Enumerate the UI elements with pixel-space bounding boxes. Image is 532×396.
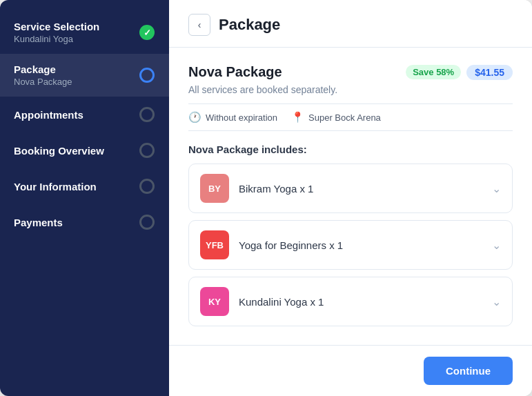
sidebar-item-text-payments: Payments: [14, 217, 63, 228]
sidebar-item-text-package: PackageNova Package: [14, 63, 72, 87]
service-name-0: Bikram Yoga x 1: [239, 183, 482, 195]
sidebar-item-booking-overview[interactable]: Booking Overview: [0, 132, 169, 168]
sidebar-item-icon-booking-overview: [139, 142, 155, 159]
sidebar-item-text-booking-overview: Booking Overview: [14, 145, 104, 157]
save-badge: Save 58%: [406, 65, 461, 79]
includes-label: Nova Package includes:: [188, 143, 513, 155]
chevron-down-icon: ⌄: [492, 295, 501, 308]
clock-icon: 🕐: [188, 111, 201, 123]
ring-blue-icon: [139, 68, 155, 83]
ring-dark-icon: [139, 143, 155, 158]
sidebar-item-title-service-selection: Service Selection: [14, 21, 99, 32]
main-footer: Continue: [169, 345, 532, 396]
chevron-down-icon: ⌄: [492, 182, 501, 195]
meta-location-text: Super Bock Arena: [308, 112, 381, 123]
main-body: Nova Package Save 58% $41.55 All service…: [169, 48, 532, 345]
sidebar-item-text-service-selection: Service SelectionKundalini Yoga: [14, 21, 99, 44]
service-avatar-0: BY: [200, 174, 229, 203]
continue-button[interactable]: Continue: [424, 357, 513, 385]
ring-dark-icon: [139, 107, 155, 122]
sidebar-item-title-booking-overview: Booking Overview: [14, 145, 104, 157]
package-name: Nova Package: [188, 64, 282, 80]
back-icon: ‹: [198, 19, 201, 30]
package-header: Nova Package Save 58% $41.55: [188, 64, 513, 80]
sidebar-item-icon-your-information: [139, 178, 155, 195]
service-list: BYBikram Yoga x 1⌄YFBYoga for Beginners …: [188, 164, 513, 326]
service-card-1[interactable]: YFBYoga for Beginners x 1⌄: [188, 220, 513, 270]
service-card-0[interactable]: BYBikram Yoga x 1⌄: [188, 164, 513, 213]
service-avatar-1: YFB: [200, 230, 229, 259]
main-header: ‹ Package: [169, 0, 532, 48]
sidebar-item-title-your-information: Your Information: [14, 181, 97, 192]
location-icon: 📍: [291, 111, 304, 123]
sidebar-item-appointments[interactable]: Appointments: [0, 97, 169, 132]
sidebar-item-icon-payments: [139, 214, 155, 230]
sidebar-item-service-selection[interactable]: Service SelectionKundalini Yoga: [0, 11, 169, 54]
sidebar-item-title-package: Package: [14, 63, 72, 75]
package-subtitle: All services are booked separately.: [188, 84, 513, 95]
service-name-2: Kundalini Yoga x 1: [239, 296, 482, 308]
package-badges: Save 58% $41.55: [406, 65, 513, 80]
price-badge: $41.55: [466, 65, 513, 80]
sidebar-item-package[interactable]: PackageNova Package: [0, 54, 169, 97]
sidebar-item-title-appointments: Appointments: [14, 109, 83, 121]
sidebar-item-icon-service-selection: [139, 24, 155, 41]
meta-location: 📍 Super Bock Arena: [291, 111, 381, 123]
back-button[interactable]: ‹: [188, 14, 210, 36]
service-name-1: Yoga for Beginners x 1: [239, 239, 482, 251]
sidebar-item-subtitle-service-selection: Kundalini Yoga: [14, 34, 99, 44]
meta-expiration: 🕐 Without expiration: [188, 111, 277, 123]
service-card-2[interactable]: KYKundalini Yoga x 1⌄: [188, 277, 513, 326]
ring-dark-icon: [139, 179, 155, 194]
sidebar-item-text-appointments: Appointments: [14, 109, 83, 121]
sidebar-item-payments[interactable]: Payments: [0, 204, 169, 240]
main-content: ‹ Package Nova Package Save 58% $41.55 A…: [169, 0, 532, 396]
page-title: Package: [219, 16, 280, 34]
sidebar-item-subtitle-package: Nova Package: [14, 77, 72, 87]
sidebar-item-icon-appointments: [139, 106, 155, 123]
chevron-down-icon: ⌄: [492, 239, 501, 252]
meta-expiration-text: Without expiration: [206, 112, 277, 123]
sidebar-item-text-your-information: Your Information: [14, 181, 97, 192]
sidebar-item-title-payments: Payments: [14, 217, 63, 228]
sidebar-item-icon-package: [139, 67, 155, 83]
package-meta: 🕐 Without expiration 📍 Super Bock Arena: [188, 103, 513, 131]
sidebar-item-your-information[interactable]: Your Information: [0, 168, 169, 204]
ring-dark-icon: [139, 215, 155, 230]
sidebar: Service SelectionKundalini YogaPackageNo…: [0, 0, 169, 396]
service-avatar-2: KY: [200, 287, 229, 316]
check-icon: [139, 25, 155, 40]
